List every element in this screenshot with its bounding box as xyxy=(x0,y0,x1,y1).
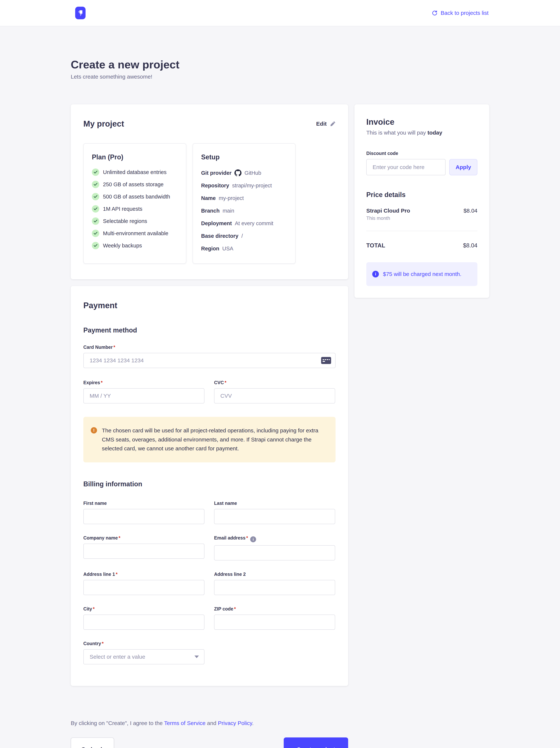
cvc-label: CVC* xyxy=(214,380,335,385)
plan-feature: 250 GB of assets storage xyxy=(92,181,178,188)
plan-feature-list: Unlimited database entries 250 GB of ass… xyxy=(92,168,178,249)
next-month-notice: $75 will be charged next month. xyxy=(366,262,478,286)
setup-row-region: Region USA xyxy=(201,245,287,252)
required-marker: * xyxy=(101,380,103,385)
zip-code-input[interactable] xyxy=(214,614,335,630)
my-project-card: My project Edit Plan (Pro) Unlimited dat… xyxy=(71,104,348,279)
card-number-input[interactable] xyxy=(83,353,336,368)
company-name-input[interactable] xyxy=(83,543,204,559)
country-field: Country* Select or enter a value xyxy=(83,641,204,664)
page-subtitle: Lets create something awesome! xyxy=(71,74,489,80)
invoice-subtitle: This is what you will pay today xyxy=(366,130,478,136)
plan-card: Plan (Pro) Unlimited database entries 25… xyxy=(83,143,186,264)
page-title: Create a new project xyxy=(71,58,489,71)
required-marker: * xyxy=(113,345,115,350)
credit-card-icon xyxy=(321,357,331,364)
terms-text: By clicking on "Create", I agree to the … xyxy=(71,720,348,726)
first-name-label: First name xyxy=(83,500,204,506)
required-marker: * xyxy=(102,641,104,646)
address-line-2-input[interactable] xyxy=(214,580,335,595)
invoice-divider xyxy=(366,231,478,231)
address-line-1-field: Address line 1* xyxy=(83,571,204,595)
setup-row-base-directory: Base directory / xyxy=(201,232,287,240)
plan-feature: Weekly backups xyxy=(92,242,178,249)
info-icon xyxy=(250,536,256,542)
address-line-2-label: Address line 2 xyxy=(214,571,335,577)
info-icon xyxy=(372,271,379,277)
line-item-period: This month xyxy=(366,215,478,221)
payment-card: Payment Payment method Card Number* xyxy=(71,286,348,686)
country-select[interactable]: Select or enter a value xyxy=(83,649,204,664)
plan-feature: Unlimited database entries xyxy=(92,168,178,176)
check-icon xyxy=(92,205,99,213)
total-label: TOTAL xyxy=(366,242,385,249)
strapi-logo-glyph xyxy=(76,8,84,18)
check-icon xyxy=(92,217,99,225)
apply-discount-button[interactable]: Apply xyxy=(449,159,478,175)
warning-icon xyxy=(91,427,97,434)
check-icon xyxy=(92,242,99,249)
footer-actions: Go back Create project xyxy=(71,738,348,748)
last-name-input[interactable] xyxy=(214,509,335,524)
setup-row-name: Name my-project xyxy=(201,194,287,202)
line-item-name: Strapi Cloud Pro xyxy=(366,208,410,214)
address-line-2-field: Address line 2 xyxy=(214,571,335,595)
email-address-label: Email address* xyxy=(214,535,335,542)
my-project-title: My project xyxy=(83,119,124,128)
email-address-field: Email address* xyxy=(214,535,335,561)
city-input[interactable] xyxy=(83,614,204,630)
create-project-button[interactable]: Create project xyxy=(284,738,348,748)
warning-text: The chosen card will be used for all pro… xyxy=(102,426,326,453)
discount-code-label: Discount code xyxy=(366,151,478,156)
strapi-logo[interactable] xyxy=(75,7,86,19)
city-label: City* xyxy=(83,606,204,612)
zip-code-label: ZIP code* xyxy=(214,606,335,612)
first-name-field: First name xyxy=(83,500,204,524)
back-to-projects-link[interactable]: Back to projects list xyxy=(432,10,488,16)
setup-row-git-provider: Git provider GitHub xyxy=(201,169,287,177)
line-item-amount: $8.04 xyxy=(464,208,478,214)
page-root: Back to projects list Create a new proje… xyxy=(0,0,560,748)
check-icon xyxy=(92,168,99,176)
address-line-1-input[interactable] xyxy=(83,580,204,595)
chevron-down-icon xyxy=(194,656,199,658)
cvc-field: CVC* xyxy=(214,380,335,403)
email-address-input[interactable] xyxy=(214,545,335,560)
check-icon xyxy=(92,181,99,188)
privacy-policy-link[interactable]: Privacy Policy xyxy=(218,720,252,726)
cvc-input[interactable] xyxy=(214,388,335,403)
company-name-field: Company name* xyxy=(83,535,204,561)
terms-of-service-link[interactable]: Terms of Service xyxy=(164,720,205,726)
pencil-icon xyxy=(330,121,336,126)
back-arrow-icon xyxy=(432,10,438,16)
setup-row-deployment: Deployment At every commit xyxy=(201,219,287,227)
last-name-field: Last name xyxy=(214,500,335,524)
expires-label: Expires* xyxy=(83,380,204,385)
first-name-input[interactable] xyxy=(83,509,204,524)
plan-feature: Selectable regions xyxy=(92,217,178,225)
expires-field: Expires* xyxy=(83,380,204,403)
discount-section: Discount code Apply xyxy=(366,151,478,175)
expires-input[interactable] xyxy=(83,388,204,403)
company-name-label: Company name* xyxy=(83,535,204,541)
price-details-title: Price details xyxy=(366,191,478,199)
app-header: Back to projects list xyxy=(0,0,560,26)
setup-card: Setup Git provider GitHub Repository str… xyxy=(193,143,296,264)
last-name-label: Last name xyxy=(214,500,335,506)
edit-button[interactable]: Edit xyxy=(316,121,336,127)
plan-feature: Multi-environment available xyxy=(92,230,178,237)
go-back-button[interactable]: Go back xyxy=(71,738,114,748)
invoice-title: Invoice xyxy=(366,117,478,126)
total-row: TOTAL $8.04 xyxy=(366,242,478,249)
setup-title: Setup xyxy=(201,153,287,161)
payment-method-title: Payment method xyxy=(83,326,336,334)
plan-feature: 1M API requests xyxy=(92,205,178,213)
check-icon xyxy=(92,193,99,200)
required-marker: * xyxy=(93,606,95,611)
billing-grid: First name Last name Company name* Email… xyxy=(83,489,336,664)
required-marker: * xyxy=(119,535,120,540)
discount-code-input[interactable] xyxy=(366,159,445,175)
address-line-1-label: Address line 1* xyxy=(83,571,204,577)
back-link-label: Back to projects list xyxy=(441,10,488,16)
price-line-item: Strapi Cloud Pro $8.04 xyxy=(366,208,478,214)
